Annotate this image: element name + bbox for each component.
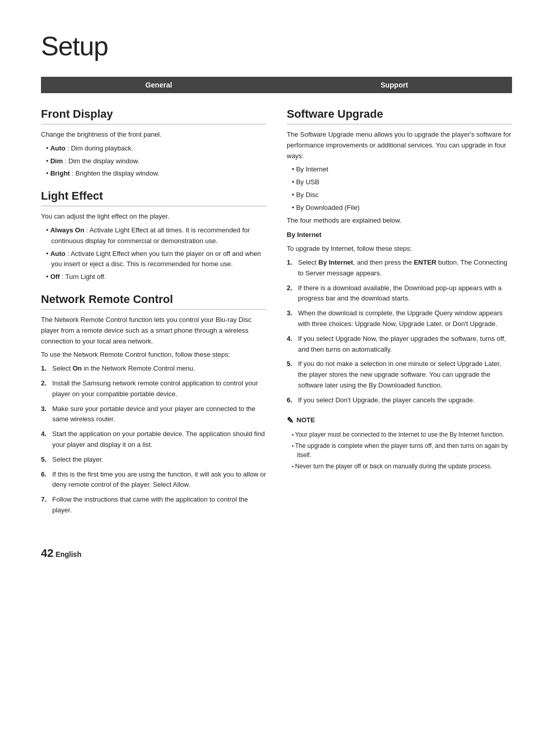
- network-step-7: 7.Follow the instructions that came with…: [41, 494, 266, 516]
- upgrade-methods-list: By Internet By USB By Disc By Downloaded…: [287, 164, 512, 213]
- upgrade-step-1: 1.Select By Internet, and then press the…: [287, 257, 512, 279]
- network-step-6: 6.If this is the first time you are usin…: [41, 469, 266, 491]
- upgrade-step-2: 2.If there is a download available, the …: [287, 283, 512, 305]
- section-front-display: Front Display Change the brightness of t…: [41, 107, 266, 179]
- network-remote-title: Network Remote Control: [41, 293, 266, 310]
- light-effect-item-always-on: Always On : Activate Light Effect at all…: [46, 225, 266, 247]
- note-item-1: Your player must be connected to the Int…: [292, 430, 512, 439]
- light-effect-item-off: Off : Turn Light off.: [46, 272, 266, 283]
- network-remote-para2: To use the Network Remote Control functi…: [41, 350, 266, 360]
- network-step-3: 3.Make sure your portable device and you…: [41, 404, 266, 425]
- section-network-remote: Network Remote Control The Network Remot…: [41, 293, 266, 516]
- front-display-item-bright: Bright : Brighten the display window.: [46, 168, 266, 179]
- network-remote-body: The Network Remote Control function lets…: [41, 315, 266, 516]
- network-step-1: 1.Select On in the Network Remote Contro…: [41, 363, 266, 374]
- footer: 42 English: [41, 547, 512, 560]
- note-header: ✎ NOTE: [287, 414, 512, 427]
- network-step-2: 2.Install the Samsung network remote con…: [41, 378, 266, 400]
- front-display-intro: Change the brightness of the front panel…: [41, 129, 266, 140]
- network-step-5: 5.Select the player.: [41, 455, 266, 465]
- upgrade-step-5: 5.If you do not make a selection in one …: [287, 359, 512, 391]
- light-effect-body: You can adjust the light effect on the p…: [41, 211, 266, 283]
- note-item-2: The upgrade is complete when the player …: [292, 441, 512, 460]
- section-software-upgrade: Software Upgrade The Software Upgrade me…: [287, 107, 512, 471]
- upgrade-step-6: 6.If you select Don't Upgrade, the playe…: [287, 395, 512, 406]
- upgrade-method-internet: By Internet: [292, 164, 512, 175]
- by-internet-intro: To upgrade by Internet, follow these ste…: [287, 244, 512, 254]
- tab-bar: General Support: [41, 77, 512, 93]
- light-effect-intro: You can adjust the light effect on the p…: [41, 211, 266, 222]
- left-column: Front Display Change the brightness of t…: [41, 107, 266, 526]
- right-column: Software Upgrade The Software Upgrade me…: [287, 107, 512, 526]
- front-display-list: Auto : Dim during playback. Dim : Dim th…: [41, 143, 266, 179]
- software-upgrade-body: The Software Upgrade menu allows you to …: [287, 129, 512, 471]
- footer-page-number: 42: [41, 547, 53, 559]
- upgrade-method-usb: By USB: [292, 177, 512, 188]
- front-display-item-dim: Dim : Dim the display window.: [46, 156, 266, 167]
- network-remote-para1: The Network Remote Control function lets…: [41, 315, 266, 347]
- note-list: Your player must be connected to the Int…: [287, 430, 512, 471]
- tab-support[interactable]: Support: [276, 77, 512, 93]
- note-item-3: Never turn the player off or back on man…: [292, 462, 512, 471]
- note-label: NOTE: [296, 415, 315, 426]
- light-effect-item-auto: Auto : Activate Light Effect when you tu…: [46, 249, 266, 270]
- front-display-title: Front Display: [41, 107, 266, 124]
- note-icon: ✎: [287, 414, 293, 427]
- upgrade-methods-post: The four methods are explained below.: [287, 215, 512, 226]
- tab-general[interactable]: General: [41, 77, 276, 93]
- software-upgrade-intro: The Software Upgrade menu allows you to …: [287, 129, 512, 161]
- front-display-item-auto: Auto : Dim during playback.: [46, 143, 266, 154]
- network-step-4: 4.Start the application on your portable…: [41, 429, 266, 450]
- by-internet-steps: 1.Select By Internet, and then press the…: [287, 257, 512, 406]
- upgrade-method-file: By Downloaded (File): [292, 203, 512, 213]
- by-internet-subtitle: By Internet: [287, 230, 512, 241]
- section-light-effect: Light Effect You can adjust the light ef…: [41, 189, 266, 283]
- light-effect-title: Light Effect: [41, 189, 266, 206]
- footer-lang-text: English: [55, 550, 81, 558]
- upgrade-step-4: 4.If you select Upgrade Now, the player …: [287, 334, 512, 355]
- network-remote-steps: 1.Select On in the Network Remote Contro…: [41, 363, 266, 516]
- upgrade-method-disc: By Disc: [292, 190, 512, 201]
- light-effect-list: Always On : Activate Light Effect at all…: [41, 225, 266, 283]
- upgrade-step-3: 3.When the download is complete, the Upg…: [287, 308, 512, 330]
- note-section: ✎ NOTE Your player must be connected to …: [287, 414, 512, 471]
- page-title: Setup: [41, 31, 512, 61]
- front-display-body: Change the brightness of the front panel…: [41, 129, 266, 179]
- software-upgrade-title: Software Upgrade: [287, 107, 512, 124]
